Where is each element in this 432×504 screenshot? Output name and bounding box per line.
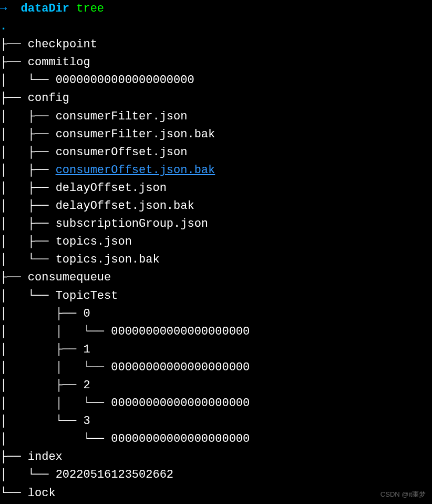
tree-entry: 1 [83,343,90,356]
tree-entry: 2 [83,379,90,392]
tree-entry: consumerFilter.json.bak [56,128,215,141]
tree-branch: ├── [0,56,28,69]
tree-entry: 3 [83,415,90,428]
tree-entry: commitlog [28,56,90,69]
tree-branch: │ ├── [0,128,56,141]
command-text: tree [76,2,104,15]
tree-entry: delayOffset.json [56,182,167,195]
tree-branch: │ ├── [0,217,56,230]
tree-branch: └── [0,487,28,500]
tree-entry: consumequeue [28,271,111,284]
tree-branch: ├── [0,271,28,284]
tree-branch: │ │ └── [0,361,111,374]
tree-branch: │ ├── [0,307,83,320]
tree-branch: │ ├── [0,110,56,123]
prompt-arrow-icon: → [0,2,7,15]
tree-branch: │ └── [0,468,56,481]
tree-root: . [0,20,7,33]
tree-entry: topics.json.bak [56,253,160,266]
tree-entry: config [28,92,69,105]
tree-branch: │ └── [0,289,56,303]
tree-entry: topics.json [56,235,132,248]
tree-branch: │ └── [0,415,83,428]
tree-entry: subscriptionGroup.json [56,217,208,230]
tree-branch: │ │ └── [0,325,111,338]
tree-entry: index [28,450,63,463]
tree-branch: │ │ └── [0,397,111,410]
tree-branch: │ ├── [0,164,56,177]
tree-entry: 20220516123502662 [56,468,173,481]
tree-entry: 00000000000000000000 [111,432,250,446]
tree-entry: 0 [83,307,90,320]
tree-entry: 00000000000000000000 [56,74,194,87]
tree-entry: checkpoint [28,38,97,51]
tree-entry: delayOffset.json.bak [56,199,194,213]
tree-branch: │ ├── [0,199,56,213]
tree-entry: consumerOffset.json [56,146,188,159]
tree-branch: │ └── [0,253,56,266]
tree-branch: ├── [0,92,28,105]
current-directory: dataDir [21,2,69,15]
tree-entry: 00000000000000000000 [111,325,250,338]
watermark: CSDN @it噩梦 [380,489,426,500]
tree-branch: │ └── [0,432,111,446]
tree-branch: │ ├── [0,235,56,248]
terminal-output: → dataDir tree . ├── checkpoint ├── comm… [0,0,432,502]
tree-branch: │ ├── [0,146,56,159]
tree-branch: │ ├── [0,343,83,356]
tree-entry: 00000000000000000000 [111,397,250,410]
tree-branch: │ ├── [0,379,83,392]
tree-branch: │ ├── [0,182,56,195]
tree-entry: consumerFilter.json [56,110,188,123]
tree-branch: │ └── [0,74,56,87]
tree-branch: ├── [0,450,28,463]
tree-entry: 00000000000000000000 [111,361,250,374]
tree-entry: TopicTest [56,289,118,303]
tree-entry: consumerOffset.json.bak [56,164,215,177]
tree-entry: lock [28,487,56,500]
tree-branch: ├── [0,38,28,51]
tree-listing: ├── checkpoint ├── commitlog │ └── 00000… [0,36,432,502]
